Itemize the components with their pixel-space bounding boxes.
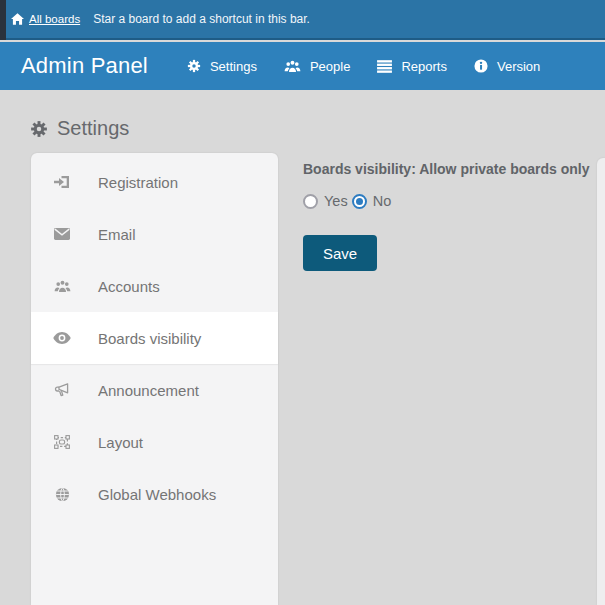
all-boards-link[interactable]: All boards (11, 13, 80, 25)
settings-sidebar: Registration Email (31, 153, 278, 605)
sidebar-item-registration[interactable]: Registration (31, 156, 278, 208)
shortcut-hint-text: Star a board to add a shortcut in this b… (93, 12, 310, 26)
radio-yes-circle[interactable] (303, 194, 318, 209)
nav-settings[interactable]: Settings (187, 59, 257, 74)
bullhorn-icon (53, 383, 71, 397)
app-header: Admin Panel Settings (0, 42, 605, 90)
gear-icon (187, 59, 201, 73)
nav-people[interactable]: People (284, 59, 350, 74)
sidebar-item-label: Global Webhooks (98, 486, 216, 503)
sidebar-item-announcement[interactable]: Announcement (31, 364, 278, 416)
sidebar-item-label: Announcement (98, 382, 199, 399)
nav-version[interactable]: Version (474, 59, 540, 74)
sidebar-item-layout[interactable]: Layout (31, 416, 278, 468)
admin-panel-screen: All boards Star a board to add a shortcu… (0, 0, 605, 605)
sidebar-item-accounts[interactable]: Accounts (31, 260, 278, 312)
sidebar-item-email[interactable]: Email (31, 208, 278, 260)
eye-icon (53, 332, 71, 344)
boards-visibility-radio-group: Yes No (303, 193, 593, 209)
globe-icon (53, 487, 71, 502)
users-icon (53, 280, 71, 293)
envelope-icon (53, 228, 71, 240)
nav-reports[interactable]: Reports (377, 59, 447, 74)
nav-people-label: People (310, 59, 350, 74)
layout-icon (53, 435, 71, 449)
radio-yes-label: Yes (324, 193, 348, 209)
sign-in-icon (53, 174, 71, 190)
sidebar-item-label: Layout (98, 434, 143, 451)
admin-nav: Settings People (187, 59, 540, 74)
people-icon (284, 60, 301, 73)
nav-version-label: Version (497, 59, 540, 74)
page-title: Settings (30, 117, 129, 140)
page-title-label: Settings (57, 117, 129, 140)
app-title: Admin Panel (21, 53, 148, 79)
radio-no-circle[interactable] (352, 194, 367, 209)
info-icon (474, 59, 488, 73)
board-shortcut-bar: All boards Star a board to add a shortcu… (0, 0, 605, 40)
sidebar-item-label: Email (98, 226, 136, 243)
radio-option-yes[interactable]: Yes (303, 193, 348, 209)
all-boards-label: All boards (29, 13, 80, 25)
nav-reports-label: Reports (401, 59, 447, 74)
home-icon (11, 13, 24, 25)
nav-settings-label: Settings (210, 59, 257, 74)
settings-page: Settings Registration (0, 90, 605, 605)
sidebar-item-boards-visibility[interactable]: Boards visibility (31, 312, 278, 364)
boards-visibility-label: Boards visibility: Allow private boards … (303, 160, 593, 178)
left-edge-sliver (0, 0, 6, 40)
save-button[interactable]: Save (303, 235, 377, 271)
sidebar-item-label: Boards visibility (98, 330, 201, 347)
sidebar-item-label: Accounts (98, 278, 160, 295)
sidebar-item-global-webhooks[interactable]: Global Webhooks (31, 468, 278, 520)
boards-visibility-form: Boards visibility: Allow private boards … (303, 160, 593, 271)
reports-icon (377, 60, 392, 73)
gear-icon (30, 120, 48, 138)
radio-option-no[interactable]: No (352, 193, 392, 209)
next-panel-edge (597, 158, 605, 605)
sidebar-item-label: Registration (98, 174, 178, 191)
radio-no-label: No (373, 193, 392, 209)
